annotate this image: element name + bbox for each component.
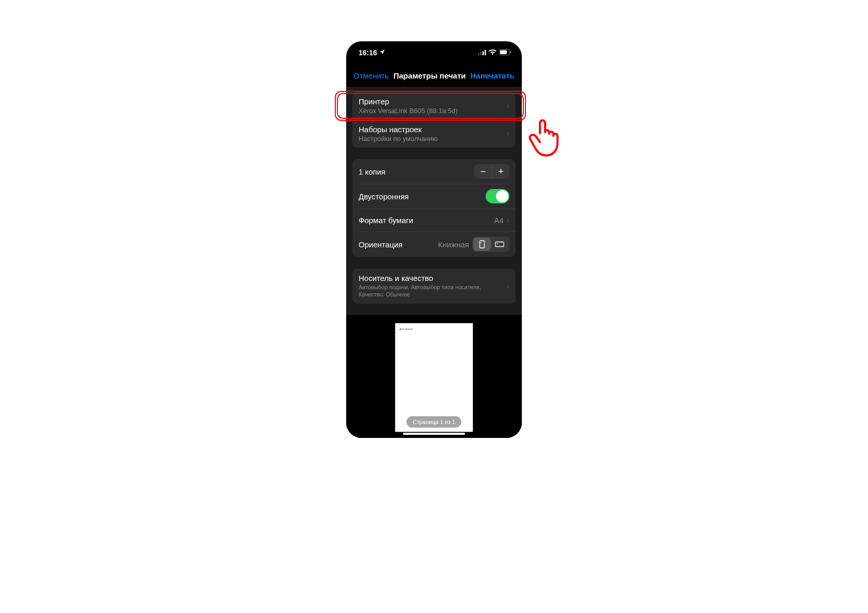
paper-row[interactable]: Формат бумаги A4 ›: [352, 209, 516, 231]
orientation-segmented: [472, 237, 509, 252]
duplex-row: Двусторонняя: [352, 184, 516, 209]
copies-plus-button[interactable]: +: [492, 164, 509, 179]
copies-label: 1 копия: [359, 167, 474, 176]
chevron-right-icon: ›: [507, 129, 509, 138]
paper-value: A4: [494, 216, 503, 225]
copies-stepper: − +: [474, 164, 509, 179]
svg-rect-9: [495, 242, 504, 247]
orientation-portrait-button[interactable]: [473, 238, 491, 251]
media-group: Носитель и качество Автовыбор подачи, Ав…: [352, 269, 516, 304]
tap-hand-icon: [528, 118, 562, 158]
copies-minus-button[interactable]: −: [474, 164, 492, 179]
presets-value: Настройки по умолчанию: [359, 135, 507, 143]
orientation-landscape-button[interactable]: [491, 238, 508, 251]
duplex-switch[interactable]: [486, 189, 509, 203]
svg-rect-0: [478, 54, 480, 55]
preview-area: Для печати Страница 1 из 1: [346, 315, 522, 438]
media-value: Автовыбор подачи, Автовыбор типа носител…: [359, 284, 507, 298]
orientation-label: Ориентация: [359, 240, 438, 249]
signal-icon: [478, 49, 486, 57]
presets-label: Наборы настроек: [359, 125, 507, 134]
printer-label: Принтер: [359, 97, 507, 106]
svg-rect-1: [481, 52, 482, 55]
print-button[interactable]: Напечатать: [470, 71, 515, 80]
media-row[interactable]: Носитель и качество Автовыбор подачи, Ав…: [352, 269, 516, 304]
chevron-right-icon: ›: [507, 215, 509, 225]
svg-rect-3: [485, 50, 486, 55]
orientation-row: Ориентация Книжная: [352, 231, 516, 257]
chevron-right-icon: ›: [507, 281, 509, 291]
printer-row[interactable]: Принтер Xerox VersaLink B605 (88:1a:5d) …: [352, 92, 516, 120]
phone-frame: 16:16: [346, 41, 522, 438]
status-bar: 16:16: [346, 41, 522, 64]
media-label: Носитель и качество: [359, 274, 507, 282]
paper-label: Формат бумаги: [359, 216, 494, 225]
page-preview[interactable]: Для печати Страница 1 из 1: [395, 323, 473, 432]
printer-group: Принтер Xerox VersaLink B605 (88:1a:5d) …: [352, 92, 516, 148]
page-title: Параметры печати: [394, 71, 466, 80]
svg-point-10: [497, 243, 498, 244]
preview-doc-text: Для печати: [399, 327, 413, 331]
chevron-right-icon: ›: [507, 101, 509, 111]
svg-rect-2: [483, 52, 484, 56]
options-group: 1 копия − + Двусторонняя Формат бумаги A…: [352, 159, 516, 257]
cancel-button[interactable]: Отменить: [353, 71, 389, 80]
page-counter-badge: Страница 1 из 1: [407, 416, 461, 428]
copies-row: 1 копия − +: [352, 159, 516, 184]
svg-rect-6: [510, 51, 511, 54]
home-indicator: [403, 433, 465, 435]
svg-rect-7: [480, 241, 485, 248]
presets-row[interactable]: Наборы настроек Настройки по умолчанию ›: [352, 120, 516, 148]
nav-bar: Отменить Параметры печати Напечатать: [346, 64, 522, 87]
printer-value: Xerox VersaLink B605 (88:1a:5d): [359, 107, 507, 115]
svg-point-8: [481, 242, 482, 243]
orientation-value: Книжная: [438, 240, 469, 249]
location-icon: [379, 49, 385, 57]
status-time: 16:16: [359, 49, 377, 57]
svg-rect-5: [500, 50, 507, 54]
wifi-icon: [489, 49, 497, 57]
duplex-label: Двусторонняя: [359, 192, 486, 201]
battery-icon: [499, 49, 512, 57]
